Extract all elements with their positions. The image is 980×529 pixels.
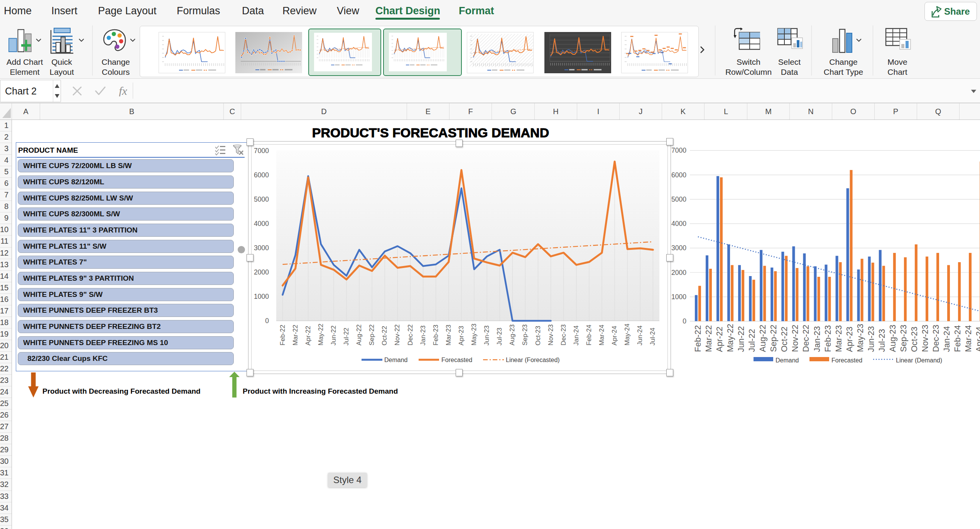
svg-text:Aug-22: Aug-22 — [355, 324, 363, 345]
svg-text:Jan-23: Jan-23 — [419, 325, 427, 345]
svg-text:Oct-23: Oct-23 — [909, 327, 919, 352]
svg-text:Apr-24: Apr-24 — [611, 326, 618, 345]
svg-text:Aug-23: Aug-23 — [888, 325, 897, 352]
svg-text:Aug-22: Aug-22 — [758, 325, 767, 352]
svg-text:Jan-23: Jan-23 — [812, 326, 822, 352]
svg-text:Feb-24: Feb-24 — [953, 325, 962, 352]
svg-text:6000: 6000 — [671, 171, 686, 179]
svg-text:2000: 2000 — [254, 268, 269, 276]
svg-text:Jun-23: Jun-23 — [483, 325, 490, 345]
svg-text:Oct-23: Oct-23 — [534, 326, 542, 345]
svg-text:Mar-22: Mar-22 — [292, 325, 299, 345]
svg-text:4000: 4000 — [671, 220, 686, 227]
svg-text:Nov-22: Nov-22 — [790, 325, 800, 352]
svg-text:4000: 4000 — [254, 220, 269, 227]
svg-text:Feb-24: Feb-24 — [585, 325, 593, 345]
svg-text:fx: fx — [119, 86, 127, 96]
svg-text:Nov-23: Nov-23 — [547, 324, 554, 345]
svg-text:Feb-22: Feb-22 — [693, 325, 703, 352]
svg-text:Jul-23: Jul-23 — [877, 329, 887, 352]
svg-text:Jun-22: Jun-22 — [736, 326, 746, 352]
svg-text:Sep-22: Sep-22 — [368, 324, 375, 345]
svg-text:Jun-22: Jun-22 — [330, 325, 337, 345]
svg-text:Forecasted: Forecasted — [831, 357, 862, 364]
svg-text:Nov-22: Nov-22 — [394, 324, 401, 345]
svg-text:Jul-22: Jul-22 — [343, 328, 350, 345]
svg-text:Oct-22: Oct-22 — [779, 327, 789, 352]
svg-text:May-22: May-22 — [317, 323, 324, 345]
svg-text:Mar-24: Mar-24 — [963, 325, 973, 352]
svg-text:Demand: Demand — [384, 357, 407, 363]
svg-text:Mar-23: Mar-23 — [834, 325, 843, 352]
svg-text:Jun-24: Jun-24 — [636, 325, 644, 345]
svg-text:May-23: May-23 — [470, 323, 478, 345]
svg-text:1000: 1000 — [671, 293, 686, 301]
svg-text:5000: 5000 — [671, 195, 686, 203]
svg-text:May-23: May-23 — [855, 324, 865, 352]
svg-text:Aug-23: Aug-23 — [509, 324, 516, 345]
svg-text:Forecasted: Forecasted — [441, 357, 472, 363]
svg-text:Mar-23: Mar-23 — [445, 325, 452, 345]
svg-text:Sep-23: Sep-23 — [899, 325, 908, 352]
svg-text:6000: 6000 — [254, 171, 269, 179]
svg-text:May-24: May-24 — [623, 323, 631, 345]
svg-text:Linear (Demand): Linear (Demand) — [896, 357, 942, 364]
svg-text:Jul-23: Jul-23 — [496, 328, 503, 345]
svg-text:Jan-24: Jan-24 — [573, 325, 580, 345]
svg-text:Apr-23: Apr-23 — [845, 327, 854, 352]
svg-text:Mar-24: Mar-24 — [598, 325, 605, 345]
svg-text:Jun-23: Jun-23 — [866, 326, 876, 352]
svg-text:Demand: Demand — [776, 357, 799, 364]
svg-text:Apr-22: Apr-22 — [304, 326, 312, 345]
svg-text:Dec-22: Dec-22 — [801, 325, 811, 352]
svg-text:Jul-24: Jul-24 — [649, 328, 656, 345]
svg-text:Apr-23: Apr-23 — [458, 326, 465, 345]
svg-text:Apr-22: Apr-22 — [715, 327, 724, 352]
svg-text:3000: 3000 — [254, 244, 269, 252]
svg-text:7000: 7000 — [254, 147, 269, 155]
svg-text:Dec-23: Dec-23 — [931, 325, 941, 352]
svg-text:Feb-23: Feb-23 — [823, 325, 833, 352]
svg-text:5000: 5000 — [254, 195, 269, 203]
svg-text:0: 0 — [683, 317, 686, 325]
svg-text:May-22: May-22 — [725, 324, 735, 352]
svg-text:2000: 2000 — [671, 269, 686, 276]
svg-text:Oct-22: Oct-22 — [381, 326, 388, 345]
svg-text:Feb-22: Feb-22 — [279, 325, 286, 345]
svg-text:0: 0 — [265, 317, 269, 325]
svg-text:Jul-22: Jul-22 — [747, 329, 757, 352]
svg-text:Sep-22: Sep-22 — [769, 325, 778, 352]
svg-text:Feb-23: Feb-23 — [432, 325, 439, 345]
svg-text:Sep-23: Sep-23 — [521, 324, 529, 345]
svg-text:Jan-24: Jan-24 — [942, 326, 951, 352]
svg-text:7000: 7000 — [671, 147, 686, 154]
svg-text:1000: 1000 — [254, 293, 269, 300]
svg-text:Linear (Forecasted): Linear (Forecasted) — [506, 357, 560, 363]
svg-text:3000: 3000 — [671, 244, 686, 252]
svg-text:Dec-22: Dec-22 — [407, 324, 414, 345]
svg-text:Apr-24: Apr-24 — [974, 327, 980, 352]
svg-text:Nov-23: Nov-23 — [920, 325, 930, 352]
svg-text:Mar-22: Mar-22 — [704, 325, 713, 352]
svg-text:Dec-23: Dec-23 — [560, 324, 567, 345]
